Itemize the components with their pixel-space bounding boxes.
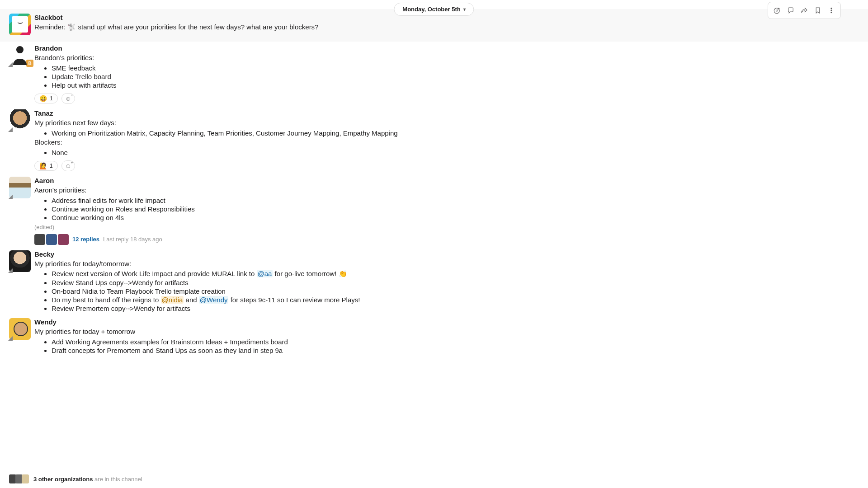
clap-emoji: 👏 [339,270,347,278]
avatar[interactable] [9,318,31,340]
avatar[interactable]: B [9,44,31,66]
priority-list: Review next version of Work Life Impact … [34,269,859,313]
list-item: Review Premortem copy-->Wendy for artifa… [52,304,859,313]
share-icon[interactable] [798,4,811,17]
list-item: Draft concepts for Premortem and Stand U… [52,346,859,355]
svg-point-1 [776,10,776,10]
mini-avatar [58,234,69,245]
list-item: Working on Prioritization Matrix, Capaci… [52,129,859,137]
message-intro: My priorities for today + tomorrow [34,327,859,337]
message-intro2: Blockers: [34,137,859,147]
list-item: Review Stand Ups copy-->Wendy for artifa… [52,278,859,287]
poodle-emoji: 🐩 [67,22,76,32]
list-item: Update Trello board [52,72,859,81]
author-name[interactable]: Brandon [34,44,859,52]
list-item: Review next version of Work Life Impact … [52,269,859,278]
message-intro: Brandon's priorities: [34,53,859,63]
reaction-emoji: 🙋 [39,162,47,169]
priority-list: Working on Prioritization Matrix, Capaci… [34,129,859,137]
message-action-bar [768,2,841,19]
author-name[interactable]: Tanaz [34,109,859,117]
svg-point-4 [831,10,832,11]
date-label: Monday, October 5th [402,6,460,13]
presence-indicator [8,268,13,273]
thread-icon[interactable] [784,4,797,17]
add-reaction-button[interactable]: ☺ [61,160,75,171]
presence-indicator [8,127,13,132]
message-list: Slackbot Reminder: 🐩 stand up! what are … [0,0,868,357]
reaction-emoji: 😀 [39,95,47,102]
reaction-pill[interactable]: 😀 1 [34,94,58,103]
author-name[interactable]: Wendy [34,318,859,326]
avatar[interactable] [9,109,31,131]
org-icons [9,474,29,483]
channel-orgs-footer[interactable]: 3 other organizations are in this channe… [9,474,142,483]
list-item: Address final edits for work life impact [52,196,859,205]
presence-indicator [8,336,13,341]
list-item: SME feedback [52,64,859,72]
thread-avatars [34,234,69,245]
list-item: Do my best to hand off the reigns to @ni… [52,296,859,304]
message-tanaz: Tanaz My priorities next few days: Worki… [0,107,868,174]
list-item: On-board Nidia to Team Playbook Trello t… [52,287,859,296]
list-item: Continue working on 4ls [52,213,859,222]
last-reply-label: Last reply 18 days ago [103,236,162,243]
presence-indicator [8,195,13,199]
edited-label: (edited) [34,224,859,230]
priority-list: Add Working Agreements examples for Brai… [34,338,859,355]
user-badge: B [26,60,33,67]
mention[interactable]: @aa [257,270,273,277]
avatar[interactable] [9,14,31,35]
priority-list: Address final edits for work life impact… [34,196,859,222]
list-item: None [52,148,859,157]
message-intro: My priorities for today/tomorrow: [34,259,859,269]
footer-text: 3 other organizations are in this channe… [33,476,142,483]
mini-avatar [34,234,45,245]
mention[interactable]: @Wendy [199,296,229,304]
list-item: Add Working Agreements examples for Brai… [52,338,859,346]
add-reaction-button[interactable]: ☺ [61,93,75,104]
message-brandon: B Brandon Brandon's priorities: SME feed… [0,42,868,107]
svg-point-5 [831,12,832,13]
list-item: Continue working on Roles and Responsibi… [52,205,859,213]
message-body: Reminder: 🐩 stand up! what are your prio… [34,22,859,32]
author-name[interactable]: Aaron [34,177,859,184]
priority-list: SME feedback Update Trello board Help ou… [34,64,859,89]
avatar[interactable] [9,250,31,272]
svg-point-2 [777,10,778,10]
message-wendy: Wendy My priorities for today + tomorrow… [0,315,868,357]
reaction-count: 1 [50,163,53,169]
message-becky: Becky My priorities for today/tomorrow: … [0,248,868,316]
message-intro: My priorities next few days: [34,118,859,128]
avatar[interactable] [9,177,31,198]
reactions-row: 🙋 1 ☺ [34,160,859,171]
replies-link[interactable]: 12 replies [72,236,99,243]
message-intro: Aaron's priorities: [34,185,859,195]
add-reaction-icon[interactable] [771,4,783,17]
chevron-down-icon: ▾ [463,7,466,12]
date-divider[interactable]: Monday, October 5th ▾ [394,3,474,16]
presence-indicator [8,62,13,67]
reaction-pill[interactable]: 🙋 1 [34,161,58,171]
message-aaron: Aaron Aaron's priorities: Address final … [0,174,868,248]
org-icon [22,474,29,483]
bookmark-icon[interactable] [811,4,824,17]
mention[interactable]: @nidia [161,296,184,304]
thread-summary[interactable]: 12 replies Last reply 18 days ago [34,234,859,245]
reactions-row: 😀 1 ☺ [34,93,859,104]
mini-avatar [46,234,57,245]
reaction-count: 1 [50,95,53,102]
blockers-list: None [34,148,859,157]
more-icon[interactable] [825,4,838,17]
svg-point-3 [831,8,832,9]
list-item: Help out with artifacts [52,81,859,89]
author-name[interactable]: Becky [34,250,859,258]
